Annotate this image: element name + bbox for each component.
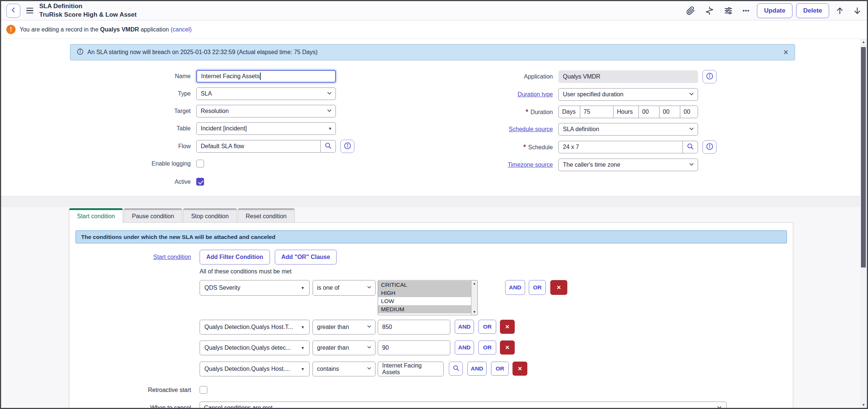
- and-button[interactable]: AND: [467, 362, 487, 376]
- retroactive-start-checkbox[interactable]: [200, 386, 207, 394]
- add-or-clause-button[interactable]: Add "OR" Clause: [275, 250, 337, 265]
- option-critical[interactable]: CRITICAL: [378, 281, 471, 289]
- condition-value-input[interactable]: 850: [378, 320, 450, 335]
- remove-condition-button[interactable]: ×: [500, 340, 515, 355]
- schedule-info-button[interactable]: [702, 140, 717, 154]
- activity-stream-icon[interactable]: [705, 6, 714, 15]
- attachment-icon[interactable]: [686, 6, 695, 15]
- type-select[interactable]: SLA: [196, 87, 336, 100]
- search-icon: [324, 142, 332, 151]
- option-low[interactable]: LOW: [378, 297, 471, 305]
- when-to-cancel-row: When to cancel Cancel conditions are met: [69, 402, 793, 408]
- condition-operator-select[interactable]: greater than: [313, 340, 375, 355]
- remove-condition-button[interactable]: ×: [500, 320, 515, 334]
- schedule-reference-input[interactable]: 24 x 7: [558, 141, 698, 153]
- info-icon: [77, 48, 84, 57]
- or-button[interactable]: OR: [491, 362, 509, 376]
- tab-start-condition[interactable]: Start condition: [69, 208, 123, 223]
- flow-label: Flow: [1, 143, 191, 150]
- scroll-up-icon[interactable]: ▲: [473, 282, 476, 285]
- condition-field-select[interactable]: Qualys Detection.Qualys Host.T... ▼: [200, 320, 310, 335]
- duration-minutes-input[interactable]: 00: [660, 106, 680, 118]
- schedule-source-link[interactable]: Schedule source: [509, 126, 553, 132]
- form-column-left: Name Internet Facing Assets Type SLA Tar…: [1, 70, 383, 190]
- condition-operator-select[interactable]: is one of: [313, 280, 375, 296]
- enable-logging-checkbox[interactable]: [196, 160, 204, 167]
- name-input[interactable]: Internet Facing Assets: [196, 70, 336, 83]
- page-scrollbar[interactable]: ▲ ▼: [860, 39, 867, 408]
- back-button[interactable]: [6, 4, 20, 18]
- when-to-cancel-select[interactable]: Cancel conditions are met: [200, 402, 727, 408]
- or-button[interactable]: OR: [478, 320, 496, 334]
- previous-record-icon[interactable]: [835, 6, 844, 15]
- next-record-icon[interactable]: [853, 6, 862, 15]
- duration-type-link[interactable]: Duration type: [518, 91, 553, 97]
- flow-reference-input[interactable]: Default SLA flow: [196, 140, 336, 153]
- schedule-lookup-button[interactable]: [682, 141, 698, 153]
- close-banner-icon[interactable]: ×: [784, 48, 788, 57]
- table-select[interactable]: Incident [incident] ▼: [196, 122, 336, 135]
- chevron-down-icon: [367, 285, 372, 291]
- duration-seconds-input[interactable]: 00: [680, 106, 698, 118]
- add-filter-condition-button[interactable]: Add Filter Condition: [200, 250, 270, 265]
- timezone-source-link[interactable]: Timezone source: [508, 162, 553, 168]
- condition-lookup-button[interactable]: [449, 362, 463, 376]
- record-title: TruRisk Score High & Low Asset: [39, 11, 137, 19]
- dropdown-triangle-icon: ▼: [301, 325, 305, 329]
- condition-tabs: Start condition Pause condition Stop con…: [1, 208, 867, 222]
- name-label: Name: [1, 73, 191, 80]
- update-button[interactable]: Update: [757, 3, 792, 18]
- schedule-source-select[interactable]: SLA definition: [558, 123, 698, 136]
- duration-hours-input[interactable]: 00: [639, 106, 660, 118]
- flow-lookup-button[interactable]: [320, 140, 335, 152]
- scroll-up-icon[interactable]: ▲: [860, 40, 867, 44]
- tab-reset-condition[interactable]: Reset condition: [238, 208, 295, 223]
- condition-value-input[interactable]: 90: [378, 340, 450, 355]
- application-field: Qualys VMDR: [558, 70, 698, 83]
- option-medium[interactable]: MEDIUM: [378, 305, 471, 313]
- scroll-down-icon[interactable]: ▼: [860, 403, 867, 407]
- warning-icon: !: [6, 25, 16, 34]
- duration-days-input[interactable]: 75: [580, 106, 614, 118]
- delete-button[interactable]: Delete: [796, 3, 829, 18]
- remove-condition-button[interactable]: ×: [513, 362, 527, 376]
- condition-operator-select[interactable]: greater than: [313, 320, 375, 335]
- option-high[interactable]: HIGH: [378, 289, 471, 297]
- start-condition-link[interactable]: Start condition: [153, 254, 191, 260]
- condition-field-select[interactable]: Qualys Detection.Qualys Host.... ▼: [200, 362, 310, 376]
- condition-value-input[interactable]: Internet Facing Assets: [378, 362, 444, 376]
- timezone-source-select[interactable]: The caller's time zone: [558, 159, 698, 171]
- search-icon: [687, 143, 694, 152]
- dropdown-triangle-icon: ▼: [301, 367, 305, 371]
- condition-operator-select[interactable]: contains: [313, 362, 375, 376]
- active-checkbox[interactable]: [196, 178, 204, 186]
- or-button[interactable]: OR: [478, 340, 496, 355]
- target-label: Target: [1, 108, 191, 114]
- condition-field-select[interactable]: QDS Severity ▼: [200, 280, 310, 296]
- condition-field-select[interactable]: Qualys Detection.Qualys detec... ▼: [200, 340, 310, 355]
- conditions-info-banner: The conditions under which the new SLA w…: [76, 230, 787, 243]
- target-select[interactable]: Resolution: [196, 105, 336, 117]
- duration-days-label: Days: [559, 106, 580, 118]
- remove-condition-button[interactable]: ×: [550, 280, 567, 295]
- application-info-button[interactable]: [702, 70, 717, 83]
- cancel-edit-link[interactable]: (cancel): [171, 26, 192, 33]
- or-button[interactable]: OR: [529, 280, 546, 295]
- flow-info-button[interactable]: [340, 140, 354, 153]
- context-menu-icon[interactable]: [26, 8, 33, 14]
- and-button[interactable]: AND: [505, 280, 525, 295]
- severity-multiselect[interactable]: CRITICAL HIGH LOW MEDIUM ▲ ▼: [378, 280, 478, 315]
- listbox-scrollbar[interactable]: ▲ ▼: [471, 280, 477, 315]
- tab-stop-condition[interactable]: Stop condition: [183, 208, 237, 223]
- duration-type-select[interactable]: User specified duration: [558, 88, 698, 101]
- more-options-icon[interactable]: •••: [743, 7, 750, 14]
- tab-pause-condition[interactable]: Pause condition: [124, 208, 182, 223]
- personalize-form-icon[interactable]: [724, 6, 733, 15]
- and-button[interactable]: AND: [455, 340, 474, 355]
- and-button[interactable]: AND: [455, 320, 474, 334]
- scrollbar-thumb[interactable]: [861, 47, 866, 267]
- timezone-source-label: Timezone source: [383, 162, 553, 168]
- scroll-down-icon[interactable]: ▼: [473, 310, 476, 314]
- editing-banner-text: You are editing a record in the Qualys V…: [20, 26, 192, 33]
- condition-row: Qualys Detection.Qualys Host.T... ▼ grea…: [200, 320, 793, 335]
